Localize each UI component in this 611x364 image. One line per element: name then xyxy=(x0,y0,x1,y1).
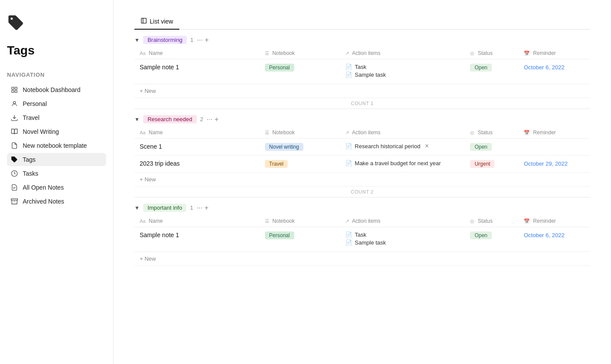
add-new-important-info[interactable]: + New xyxy=(134,252,590,266)
row-notebook: Personal xyxy=(260,227,340,252)
page-title: Tags xyxy=(7,44,106,58)
important-info-table: Aa Name ☰ Notebook ↗ Action items ◎ Stat… xyxy=(134,215,590,252)
action-item: 📄 Make a travel budget for next year xyxy=(345,160,460,167)
sidebar-item-novel-writing[interactable]: Novel Writing xyxy=(7,125,106,138)
toggle-brainstorming[interactable]: ▼ xyxy=(134,37,140,43)
doc-icon: 📄 xyxy=(345,64,352,70)
doc-icon: 📄 xyxy=(345,231,352,238)
count-research-needed: COUNT 2 xyxy=(134,187,590,197)
tag-group-header-important-info: ▼ Important info 1 ··· + xyxy=(134,197,590,215)
sidebar: Tags Navigation Notebook Dashboard Perso… xyxy=(0,0,113,364)
table-row: 2023 trip ideas Travel 📄 Make a travel b… xyxy=(134,156,590,173)
sidebar-item-label: All Open Notes xyxy=(23,184,64,191)
svg-rect-1 xyxy=(15,87,17,89)
row-reminder xyxy=(518,139,590,156)
tag-group-brainstorming: ▼ Brainstorming 1 ··· + Aa Name ☰ Notebo… xyxy=(134,30,590,109)
sidebar-item-tasks[interactable]: Tasks xyxy=(7,167,106,180)
row-name[interactable]: Sample note 1 xyxy=(134,227,260,252)
status-badge: Open xyxy=(470,143,491,151)
doc-icon: 📄 xyxy=(345,160,352,167)
sidebar-item-new-notebook-template[interactable]: New notebook template xyxy=(7,139,106,152)
col-header-reminder: 📅 Reminder xyxy=(518,215,590,227)
row-notebook: Novel writing xyxy=(260,139,340,156)
add-new-research-needed[interactable]: + New xyxy=(134,173,590,187)
row-notebook: Personal xyxy=(260,59,340,84)
row-reminder: October 6, 2022 xyxy=(518,227,590,252)
list-view-tab[interactable]: List view xyxy=(134,14,179,30)
row-status: Open xyxy=(465,227,518,252)
sidebar-item-label: New notebook template xyxy=(23,142,87,149)
doc-icon: 📄 xyxy=(345,143,352,150)
action-item: 📄 Research historical period ✕ xyxy=(345,143,460,150)
tag-badge-important-info: Important info xyxy=(143,204,187,212)
sidebar-item-label: Tags xyxy=(23,156,36,163)
col-header-notebook: ☰ Notebook xyxy=(260,215,340,227)
table-row: Sample note 1 Personal 📄 Task 📄 Sample t… xyxy=(134,227,590,252)
toggle-research-needed[interactable]: ▼ xyxy=(134,116,140,122)
sidebar-item-personal[interactable]: Personal xyxy=(7,97,106,110)
tag-count-important-info: 1 xyxy=(190,204,193,211)
row-name[interactable]: Scene 1 xyxy=(134,139,260,156)
table-row: Scene 1 Novel writing 📄 Research histori… xyxy=(134,139,590,156)
sidebar-item-archived-notes[interactable]: Archived Notes xyxy=(7,195,106,208)
doc-icon: 📄 xyxy=(345,71,352,78)
notebook-badge: Novel writing xyxy=(265,143,304,151)
tag-icon xyxy=(10,156,18,163)
tag-group-header-research-needed: ▼ Research needed 2 ··· + xyxy=(134,109,590,127)
col-header-action-items: ↗ Action items xyxy=(340,127,465,139)
col-header-status: ◎ Status xyxy=(465,215,518,227)
archive-icon xyxy=(10,197,18,205)
action-item: 📄 Task xyxy=(345,231,460,238)
table-row: Sample note 1 Personal 📄 Task 📄 Sample t… xyxy=(134,59,590,84)
person-icon xyxy=(10,100,18,108)
action-item: 📄 Task xyxy=(345,64,460,70)
brainstorming-table: Aa Name ☰ Notebook ↗ Action items ◎ Stat… xyxy=(134,48,590,84)
row-name[interactable]: Sample note 1 xyxy=(134,59,260,84)
reminder-date: October 6, 2022 xyxy=(524,232,564,238)
col-header-reminder: 📅 Reminder xyxy=(518,48,590,59)
row-actions: 📄 Task 📄 Sample task xyxy=(340,59,465,84)
view-tabs: List view xyxy=(134,14,590,30)
svg-rect-3 xyxy=(15,90,17,92)
sidebar-item-travel[interactable]: Travel xyxy=(7,111,106,124)
toggle-important-info[interactable]: ▼ xyxy=(134,205,140,211)
tag-actions-brainstorming[interactable]: ··· + xyxy=(197,36,209,44)
action-item: 📄 Sample task xyxy=(345,239,460,246)
sidebar-item-label: Travel xyxy=(23,114,39,121)
status-badge: Urgent xyxy=(470,160,494,168)
status-badge: Open xyxy=(470,231,491,239)
col-header-name: Aa Name xyxy=(134,48,260,59)
row-actions: 📄 Task 📄 Sample task xyxy=(340,227,465,252)
row-name[interactable]: 2023 trip ideas xyxy=(134,156,260,173)
notebook-badge: Personal xyxy=(265,64,294,71)
row-status: Open xyxy=(465,59,518,84)
tag-group-research-needed: ▼ Research needed 2 ··· + Aa Name ☰ Note… xyxy=(134,109,590,197)
svg-rect-9 xyxy=(11,199,18,200)
main-content: List view ▼ Brainstorming 1 ··· + Aa Nam… xyxy=(113,0,611,364)
sidebar-item-all-open-notes[interactable]: All Open Notes xyxy=(7,181,106,194)
notebook-dashboard-icon xyxy=(10,86,18,94)
row-status: Urgent xyxy=(465,156,518,173)
remove-action-icon[interactable]: ✕ xyxy=(425,143,429,149)
tag-group-important-info: ▼ Important info 1 ··· + Aa Name ☰ Noteb… xyxy=(134,197,590,266)
col-header-status: ◎ Status xyxy=(465,127,518,139)
tasks-icon xyxy=(10,170,18,177)
row-status: Open xyxy=(465,139,518,156)
doc-icon: 📄 xyxy=(345,239,352,246)
sidebar-item-tags[interactable]: Tags xyxy=(7,153,106,166)
row-reminder: October 6, 2022 xyxy=(518,59,590,84)
tag-group-header-brainstorming: ▼ Brainstorming 1 ··· + xyxy=(134,30,590,48)
sidebar-item-label: Novel Writing xyxy=(23,128,59,135)
status-badge: Open xyxy=(470,64,491,71)
notes-icon xyxy=(10,184,18,191)
tag-actions-important-info[interactable]: ··· + xyxy=(197,204,209,212)
col-header-notebook: ☰ Notebook xyxy=(260,48,340,59)
add-new-brainstorming[interactable]: + New xyxy=(134,84,590,98)
tag-actions-research-needed[interactable]: ··· + xyxy=(207,116,219,123)
svg-rect-11 xyxy=(141,18,146,23)
col-header-reminder: 📅 Reminder xyxy=(518,127,590,139)
sidebar-item-label: Archived Notes xyxy=(23,198,64,205)
sidebar-item-notebook-dashboard[interactable]: Notebook Dashboard xyxy=(7,83,106,96)
research-needed-table: Aa Name ☰ Notebook ↗ Action items ◎ Stat… xyxy=(134,127,590,173)
notebook-badge: Personal xyxy=(265,231,294,239)
